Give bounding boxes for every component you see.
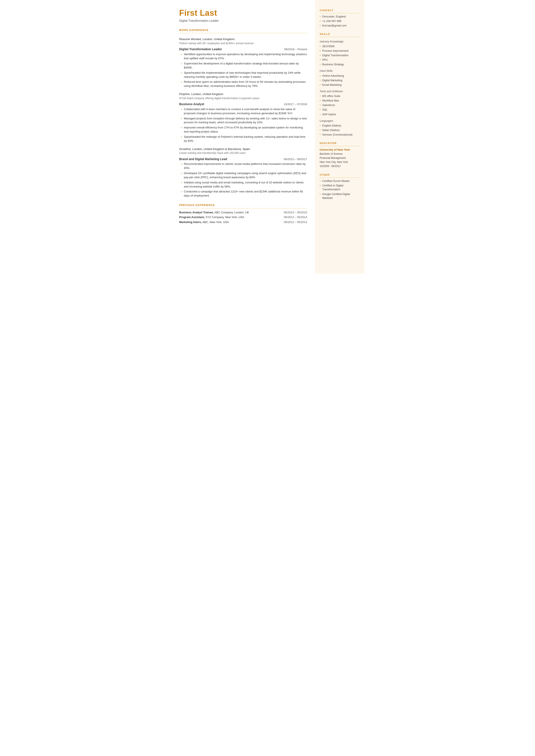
company-1-name: Resume Worded, London, United Kingdom [179, 37, 307, 42]
sidebar: CONTACT Doncaster, England +1-234-567-89… [315, 0, 365, 274]
tool-item: SAP Hybris [320, 113, 360, 116]
skill-item: PPC [320, 58, 360, 62]
job-3: Growthsi, London, United Kingdom & Barce… [179, 147, 307, 198]
tool-item: SQL [320, 108, 360, 112]
prev-job-2-dates: 06/2013 – 05/2014 [256, 215, 307, 220]
languages-label: Languages: [320, 119, 360, 123]
candidate-name: First Last [179, 9, 307, 18]
job-3-title: Brand and Digital Marketing Lead [179, 157, 227, 161]
job-2-bullets: Collaborated with 6 team members to cond… [181, 107, 307, 143]
job-2-title: Business Analyst [179, 102, 204, 106]
contact-location: Doncaster, England [320, 14, 360, 18]
previous-experience-header: PREVIOUS EXPERIENCE [179, 204, 307, 208]
skill-item: Digital Transformation [320, 53, 360, 57]
bullet-item: Developed 10+ profitable digital marketi… [181, 171, 307, 180]
skill-item: Email Marketing [320, 83, 360, 87]
hard-skills-list: Online Advertising Digital Marketing Ema… [320, 74, 360, 87]
prev-job-3-title: Marketing Intern, ABC, New York, USA [179, 220, 256, 225]
tool-item: Salesforce [320, 103, 360, 107]
table-row: Program Assistant, XYZ Company, New York… [179, 215, 307, 220]
other-item: Certified Scrum Master [320, 179, 360, 183]
other-item: Google Certified Digital Marketer [320, 192, 360, 200]
skill-item: Online Advertising [320, 74, 360, 78]
table-row: Marketing Intern, ABC, New York, USA 09/… [179, 220, 307, 225]
prev-job-3-dates: 09/2012 – 05/2013 [256, 220, 307, 225]
tools-label: Tools and Software: [320, 90, 360, 93]
language-item: German (Conversational) [320, 133, 360, 137]
job-1-role-row: Digital Transformation Leader 08/2018 – … [179, 47, 307, 51]
job-3-bullets: Recommended improvements to clients' soc… [181, 162, 307, 198]
table-row: Business Analyst Trainee, ABC Company, L… [179, 210, 307, 215]
bullet-item: Improved overall efficiency from 17% to … [181, 126, 307, 134]
language-item: Italian (Native) [320, 128, 360, 132]
bullet-item: Spearheaded the implementation of new te… [181, 71, 307, 79]
company-3-name: Growthsi, London, United Kingdom & Barce… [179, 147, 307, 151]
tool-item: Workflow Max [320, 99, 360, 102]
other-header: OTHER [320, 173, 360, 178]
job-3-dates: 06/2015 – 09/2017 [284, 157, 307, 161]
contact-header: CONTACT [320, 9, 360, 14]
job-1-bullets: Identified opportunities to improve oper… [181, 52, 307, 88]
skill-item: SEO/SEM [320, 44, 360, 48]
industry-skills-list: SEO/SEM Process Improvement Digital Tran… [320, 44, 360, 67]
bullet-item: Conducted a campaign that attracted 1210… [181, 190, 307, 198]
company-2-name: Polyhire, London, United Kingdom [179, 92, 307, 96]
resume-page: First Last Digital Transformation Leader… [171, 0, 365, 274]
job-2-dates: 10/2017 – 07/2018 [284, 102, 307, 106]
contact-email: first.last@gmail.com [320, 24, 360, 28]
company-2-desc: NYSE-listed company offering digital tra… [179, 97, 307, 100]
language-item: English (Native) [320, 124, 360, 127]
bullet-item: Recommended improvements to clients' soc… [181, 162, 307, 170]
tool-item: MS office Suite [320, 94, 360, 98]
skill-item: Digital Marketing [320, 78, 360, 82]
bullet-item: Supervised the development of a digital … [181, 62, 307, 70]
skills-header: SKILLS [320, 32, 360, 37]
bullet-item: Identified opportunities to improve oper… [181, 52, 307, 61]
education-header: EDUCATION [320, 141, 360, 146]
company-1-desc: Fintech startup with 50+ employees and $… [179, 42, 307, 45]
prev-job-1-title: Business Analyst Trainee, ABC Company, L… [179, 210, 256, 215]
contact-phone: +1-234-567-890 [320, 19, 360, 23]
edu-degree: Bachelor of Science Financial Management… [320, 152, 360, 169]
contact-list: Doncaster, England +1-234-567-890 first.… [320, 14, 360, 28]
bullet-item: Spearheaded the redesign of Polyhire's i… [181, 135, 307, 143]
other-list: Certified Scrum Master Certified in Digi… [320, 179, 360, 200]
tools-list: MS office Suite Workflow Max Salesforce … [320, 94, 360, 116]
prev-job-2-title: Program Assistant, XYZ Company, New York… [179, 215, 256, 220]
prev-job-1-dates: 06/2014 – 05/2015 [256, 210, 307, 215]
job-1-title: Digital Transformation Leader [179, 47, 222, 51]
bullet-item: Reduced time spent on administrative tas… [181, 80, 307, 88]
industry-knowledge-label: Industry Knowledge: [320, 40, 360, 43]
company-3-desc: Career training and membership SaaS with… [179, 151, 307, 155]
bullet-item: Initiated using social media and email m… [181, 181, 307, 189]
previous-experience-table: Business Analyst Trainee, ABC Company, L… [179, 210, 307, 225]
bullet-item: Collaborated with 6 team members to cond… [181, 107, 307, 116]
candidate-title: Digital Transformation Leader [179, 18, 307, 23]
main-column: First Last Digital Transformation Leader… [171, 0, 315, 274]
job-2-role-row: Business Analyst 10/2017 – 07/2018 [179, 102, 307, 106]
job-1: Resume Worded, London, United Kingdom Fi… [179, 37, 307, 88]
skill-item: Business Strategy [320, 63, 360, 66]
hard-skills-label: Hard Skills: [320, 69, 360, 73]
other-item: Certified in Digital Transformation [320, 183, 360, 191]
languages-list: English (Native) Italian (Native) German… [320, 124, 360, 137]
job-1-dates: 08/2018 – Present [284, 47, 307, 51]
edu-school: University of New York [320, 148, 360, 152]
job-3-role-row: Brand and Digital Marketing Lead 06/2015… [179, 157, 307, 161]
skill-item: Process Improvement [320, 49, 360, 53]
bullet-item: Managed projects from inception through … [181, 117, 307, 125]
job-2: Polyhire, London, United Kingdom NYSE-li… [179, 92, 307, 143]
work-experience-header: WORK EXPERIENCE [179, 28, 307, 33]
